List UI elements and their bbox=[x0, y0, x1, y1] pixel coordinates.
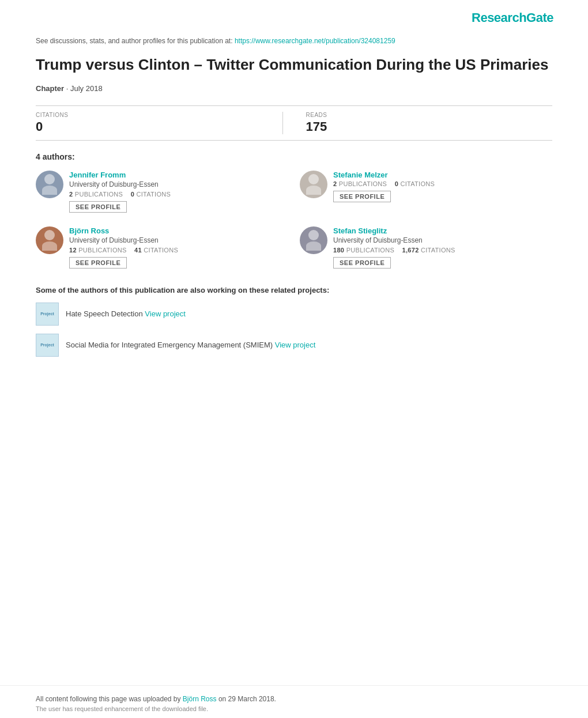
citations-block: CITATIONS 0 bbox=[36, 112, 282, 134]
reads-block: READS 175 bbox=[306, 112, 553, 134]
author-card-jennifer: Jennifer Fromm University of Duisburg-Es… bbox=[36, 171, 288, 213]
see-profile-button-jennifer[interactable]: SEE PROFILE bbox=[69, 201, 127, 213]
project-item-smiem: Project Social Media for Integrated Emer… bbox=[36, 334, 552, 357]
see-profile-button-bjorn[interactable]: SEE PROFILE bbox=[69, 257, 127, 269]
project-thumb-hate-speech: Project bbox=[36, 303, 59, 326]
author-name-bjorn[interactable]: Björn Ross bbox=[69, 226, 288, 235]
author-affiliation-bjorn: University of Duisburg-Essen bbox=[69, 236, 288, 244]
author-info-stefanie: Stefanie Melzer 2 PUBLICATIONS 0 CITATIO… bbox=[333, 171, 552, 202]
author-stats-stefan: 180 PUBLICATIONS 1,672 CITATIONS bbox=[333, 247, 552, 254]
author-affiliation-jennifer: University of Duisburg-Essen bbox=[69, 180, 288, 188]
author-info-bjorn: Björn Ross University of Duisburg-Essen … bbox=[69, 226, 288, 269]
author-avatar-stefanie bbox=[300, 171, 327, 198]
project-text-hate-speech: Hate Speech Detection View project bbox=[66, 309, 186, 318]
author-stats-jennifer: 2 PUBLICATIONS 0 CITATIONS bbox=[69, 191, 288, 198]
project-thumb-smiem: Project bbox=[36, 334, 59, 357]
reads-value: 175 bbox=[306, 119, 553, 134]
footer-upload-text: All content following this page was uplo… bbox=[36, 695, 552, 703]
footer-uploader-link[interactable]: Björn Ross bbox=[183, 695, 217, 703]
author-name-stefanie[interactable]: Stefanie Melzer bbox=[333, 171, 552, 179]
project-item-hate-speech: Project Hate Speech Detection View proje… bbox=[36, 303, 552, 326]
author-card-stefan: Stefan Stieglitz University of Duisburg-… bbox=[300, 226, 552, 269]
see-profile-button-stefan[interactable]: SEE PROFILE bbox=[333, 257, 391, 269]
stats-separator bbox=[282, 112, 283, 134]
author-avatar-jennifer bbox=[36, 171, 63, 198]
citations-label: CITATIONS bbox=[36, 112, 282, 118]
author-name-stefan[interactable]: Stefan Stieglitz bbox=[333, 226, 552, 235]
author-affiliation-stefan: University of Duisburg-Essen bbox=[333, 236, 552, 244]
view-project-smiem-link[interactable]: View project bbox=[275, 341, 316, 349]
view-project-hate-speech-link[interactable]: View project bbox=[145, 309, 186, 318]
project-text-smiem: Social Media for Integrated Emergency Ma… bbox=[66, 341, 315, 349]
citations-value: 0 bbox=[36, 119, 282, 134]
author-card-stefanie: Stefanie Melzer 2 PUBLICATIONS 0 CITATIO… bbox=[300, 171, 552, 213]
author-stats-bjorn: 12 PUBLICATIONS 41 CITATIONS bbox=[69, 247, 288, 254]
author-avatar-bjorn bbox=[36, 226, 63, 254]
publication-url-link[interactable]: https://www.researchgate.net/publication… bbox=[235, 37, 395, 45]
authors-grid: Jennifer Fromm University of Duisburg-Es… bbox=[36, 171, 552, 269]
chapter-info: Chapter · July 2018 bbox=[36, 84, 552, 93]
publication-url-bar: See discussions, stats, and author profi… bbox=[36, 37, 552, 45]
researchgate-logo: ResearchGate bbox=[472, 10, 553, 25]
footer-subtext: The user has requested enhancement of th… bbox=[36, 705, 552, 712]
author-info-stefan: Stefan Stieglitz University of Duisburg-… bbox=[333, 226, 552, 269]
author-stats-stefanie: 2 PUBLICATIONS 0 CITATIONS bbox=[333, 180, 552, 187]
author-card-bjorn: Björn Ross University of Duisburg-Essen … bbox=[36, 226, 288, 269]
see-profile-button-stefanie[interactable]: SEE PROFILE bbox=[333, 191, 391, 202]
stats-row: CITATIONS 0 READS 175 bbox=[36, 105, 552, 141]
reads-label: READS bbox=[306, 112, 553, 118]
author-info-jennifer: Jennifer Fromm University of Duisburg-Es… bbox=[69, 171, 288, 213]
publication-title: Trump versus Clinton – Twitter Communica… bbox=[36, 55, 552, 75]
author-name-jennifer[interactable]: Jennifer Fromm bbox=[69, 171, 288, 179]
author-avatar-stefan bbox=[300, 226, 327, 254]
related-projects-header: Some of the authors of this publication … bbox=[36, 286, 552, 294]
authors-header: 4 authors: bbox=[36, 152, 552, 161]
footer: All content following this page was uplo… bbox=[0, 685, 588, 718]
